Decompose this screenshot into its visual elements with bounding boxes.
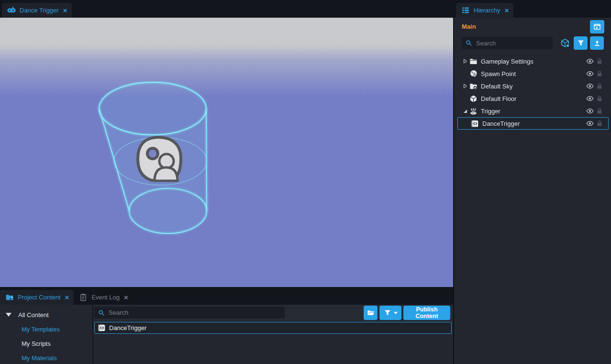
content-list-area: Publish Content DanceTrigger	[94, 305, 453, 364]
tab-label: Hierarchy	[474, 7, 500, 14]
spawn-point-icon	[469, 70, 478, 78]
search-icon	[466, 40, 472, 46]
hierarchy-row-default-floor[interactable]: Default Floor	[457, 92, 609, 105]
update-import-button[interactable]	[590, 36, 604, 50]
publish-content-button[interactable]: Publish Content	[403, 306, 450, 320]
lock-icon[interactable]	[595, 120, 604, 127]
scene-icon	[593, 23, 601, 31]
sky-folder-icon	[469, 82, 478, 90]
item-label: Trigger	[481, 108, 585, 115]
folder-open-icon	[367, 309, 375, 317]
visibility-eye-icon[interactable]	[585, 120, 595, 127]
clipboard-icon	[78, 293, 88, 301]
tab-label: Event Log	[91, 294, 120, 301]
hierarchy-search[interactable]	[462, 37, 553, 49]
sidebar-item-my-scripts[interactable]: My Scripts	[0, 336, 92, 351]
visibility-eye-icon[interactable]	[585, 70, 595, 77]
hierarchy-icon	[461, 6, 470, 14]
expand-arrow-icon[interactable]	[462, 58, 469, 64]
item-label: Spawn Point	[481, 70, 585, 77]
folder-icon	[469, 57, 478, 66]
tab-project-content[interactable]: Project Content ×	[0, 290, 74, 305]
sidebar-item-label: My Templates	[22, 326, 60, 333]
sidebar-item-label: My Materials	[22, 354, 57, 362]
hierarchy-filter-button[interactable]	[574, 36, 588, 50]
tab-event-log[interactable]: Event Log ×	[74, 290, 133, 305]
sidebar-item-all-content[interactable]: All Content	[0, 308, 92, 322]
filter-icon	[577, 39, 585, 47]
search-input[interactable]	[475, 39, 549, 47]
project-folder-icon	[5, 293, 14, 301]
hierarchy-row-dancetrigger[interactable]: DanceTrigger	[457, 117, 609, 130]
scene-settings-button[interactable]	[590, 20, 604, 33]
lock-icon[interactable]	[595, 70, 604, 77]
tab-label: Dance Trigger	[20, 7, 59, 14]
script-icon	[471, 120, 479, 128]
visibility-eye-icon[interactable]	[585, 82, 595, 90]
editor-left-column: Dance Trigger ×	[0, 0, 453, 364]
sidebar-item-label: My Scripts	[22, 340, 51, 347]
sidebar-item-my-materials[interactable]: My Materials	[0, 351, 92, 364]
hierarchy-tabbar: Hierarchy ×	[453, 0, 611, 18]
item-label: DanceTrigger	[109, 324, 146, 331]
search-icon	[98, 309, 105, 316]
close-icon[interactable]: ×	[505, 7, 509, 14]
expand-arrow-icon[interactable]	[462, 83, 469, 89]
content-search[interactable]	[94, 307, 285, 319]
filter-icon	[384, 309, 391, 317]
item-label: Default Floor	[481, 95, 585, 102]
tab-label: Project Content	[18, 294, 61, 301]
gamepad-icon	[7, 6, 16, 14]
hierarchy-row-trigger[interactable]: Trigger	[457, 105, 609, 117]
visibility-eye-icon[interactable]	[585, 95, 595, 102]
lock-icon[interactable]	[595, 107, 604, 115]
lock-icon[interactable]	[595, 57, 604, 65]
sidebar-item-my-templates[interactable]: My Templates	[0, 322, 92, 336]
networked-cube-icon[interactable]	[560, 38, 570, 48]
item-label: Default Sky	[481, 83, 585, 90]
open-folder-button[interactable]	[364, 306, 378, 320]
close-icon[interactable]: ×	[63, 7, 67, 14]
content-item-dancetrigger[interactable]: DanceTrigger	[94, 322, 452, 334]
collapse-arrow-icon[interactable]	[462, 108, 469, 114]
script-icon	[98, 324, 106, 332]
lock-icon[interactable]	[595, 82, 604, 90]
main-tabbar: Dance Trigger ×	[0, 0, 453, 18]
visibility-eye-icon[interactable]	[585, 107, 595, 115]
chevron-down-icon	[394, 312, 398, 314]
item-label: Gameplay Settings	[481, 58, 585, 65]
tab-hierarchy[interactable]: Hierarchy ×	[456, 3, 513, 18]
cube-icon	[469, 95, 478, 103]
content-filter-button[interactable]	[379, 306, 401, 320]
visibility-eye-icon[interactable]	[585, 57, 595, 65]
expander-spacer	[462, 96, 469, 101]
lock-icon[interactable]	[595, 95, 604, 102]
hierarchy-row-default-sky[interactable]: Default Sky	[457, 80, 609, 92]
hierarchy-row-spawn-point[interactable]: Spawn Point	[457, 67, 609, 80]
collapse-arrow-icon[interactable]	[6, 313, 11, 317]
upload-icon	[593, 39, 601, 47]
content-category-sidebar: All ContentMy TemplatesMy ScriptsMy Mate…	[0, 305, 93, 364]
horizon-haze	[0, 18, 453, 97]
bottom-tabbar: Project Content × Event Log ×	[0, 287, 453, 305]
search-input[interactable]	[108, 309, 281, 317]
tab-dance-trigger[interactable]: Dance Trigger ×	[2, 3, 72, 18]
hierarchy-row-gameplay-settings[interactable]: Gameplay Settings	[457, 55, 609, 67]
scene-section-label: Main	[462, 23, 476, 30]
close-icon[interactable]: ×	[65, 294, 69, 301]
item-label: DanceTrigger	[482, 120, 585, 127]
content-items: DanceTrigger	[94, 322, 452, 334]
project-content-panel: Project Content × Event Log × All Conten…	[0, 287, 453, 364]
close-icon[interactable]: ×	[124, 294, 128, 301]
hierarchy-tree: Gameplay SettingsSpawn PointDefault SkyD…	[454, 55, 611, 130]
trigger-icon	[469, 107, 478, 115]
viewport-3d[interactable]: Z X Y	[0, 18, 453, 287]
sidebar-item-label: All Content	[18, 311, 49, 319]
expander-spacer	[462, 71, 469, 77]
hierarchy-panel: Hierarchy × Main Gameplay SettingsSpawn …	[453, 0, 611, 364]
